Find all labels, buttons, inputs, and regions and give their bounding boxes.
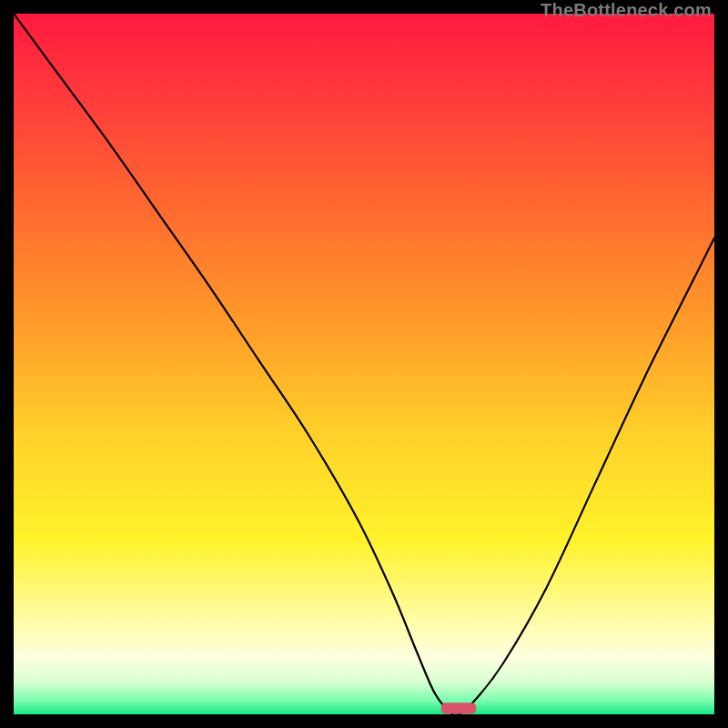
gradient-background: [14, 14, 714, 714]
minimum-marker: [441, 703, 477, 713]
chart-frame: TheBottleneck.com: [0, 0, 728, 728]
plot-area: [14, 14, 714, 714]
bottleneck-chart: [14, 14, 714, 714]
watermark-text: TheBottleneck.com: [541, 0, 712, 21]
